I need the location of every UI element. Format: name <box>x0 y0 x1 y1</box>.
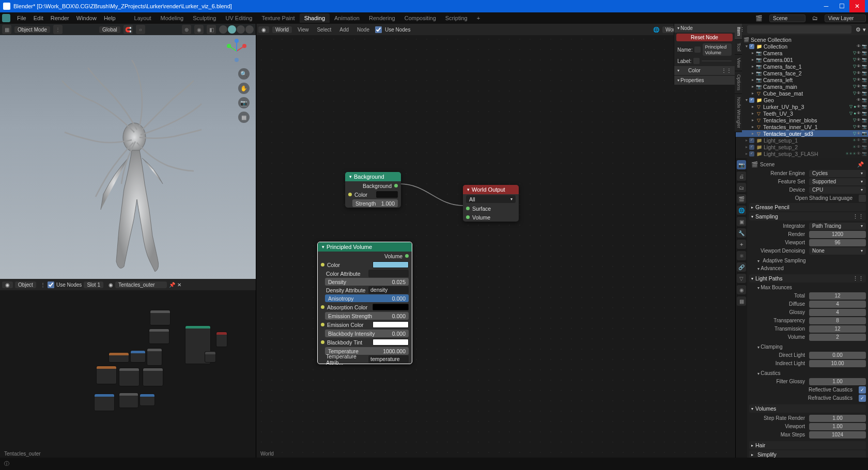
shader-type-dropdown[interactable]: Object <box>15 281 36 288</box>
workspace-tab[interactable]: Shading <box>300 13 330 23</box>
node-name-field[interactable]: Principled Volume <box>703 43 732 56</box>
outliner-row[interactable]: ▸📷Camera_face_2▽👁📷 <box>736 70 868 76</box>
pan-icon[interactable]: ✋ <box>238 83 250 94</box>
world-shader-editor[interactable]: ◉ World View Select Add Node Use Nodes 🌐… <box>256 24 736 458</box>
string-field[interactable]: Temperature Attrib...temperature <box>325 355 409 363</box>
number-field[interactable]: Blackbody Intensity0.000 <box>325 330 409 337</box>
node-side-panel[interactable]: Node Reset Node Name:Principled Volume L… <box>674 24 735 85</box>
number-field[interactable]: Anisotropy0.000 <box>325 294 409 302</box>
outliner-row[interactable]: ▾✓📁Collection👁📷 <box>736 43 868 50</box>
indirect-clamp-field[interactable]: 10.00 <box>809 360 866 367</box>
reflective-caustics-checkbox[interactable]: ✓ <box>859 386 866 394</box>
solid-shading-icon[interactable] <box>228 25 236 34</box>
sidebar-tab[interactable]: Item <box>735 24 742 40</box>
mode-dropdown[interactable]: Object Mode <box>14 26 50 33</box>
outliner-row[interactable]: ▾✓📁Geo👁📷 <box>736 97 868 103</box>
workspace-tab[interactable]: Modeling <box>156 13 189 23</box>
object-tab-icon[interactable]: ▣ <box>737 217 746 226</box>
menu-node[interactable]: Node <box>354 27 372 33</box>
outliner-row[interactable]: ▸▽Tentacles_inner_blobs▽👁📷 <box>736 117 868 123</box>
hair-section[interactable]: Hair <box>749 441 866 449</box>
viewport-samples-field[interactable]: 96 <box>809 239 866 246</box>
texture-tab-icon[interactable]: ▦ <box>737 296 746 306</box>
direct-clamp-field[interactable]: 0.00 <box>809 352 866 359</box>
workspace-tab[interactable]: Compositing <box>400 13 441 23</box>
slot-dropdown[interactable]: Slot 1 <box>84 281 103 288</box>
number-field[interactable]: Emission Strength0.000 <box>325 312 409 320</box>
close-button[interactable]: ✕ <box>849 0 865 12</box>
rendered-shading-icon[interactable] <box>245 25 254 34</box>
overlay-icon[interactable]: ◉ <box>194 25 204 34</box>
sidebar-tab[interactable]: Node Wrangler <box>735 94 742 132</box>
material-x-icon[interactable]: ✕ <box>177 282 181 288</box>
workspace-tab[interactable]: Rendering <box>364 13 400 23</box>
glossy-bounces-field[interactable]: 4 <box>809 309 866 316</box>
grease-pencil-section[interactable]: Grease Pencil <box>749 203 866 211</box>
refractive-caustics-checkbox[interactable]: ✓ <box>859 395 866 402</box>
reset-node-button[interactable]: Reset Node <box>676 34 733 41</box>
string-field[interactable]: Color Attribute <box>325 270 409 277</box>
workspace-tab[interactable]: Texture Paint <box>257 13 299 23</box>
viewlayer-field[interactable] <box>825 14 866 22</box>
editor-type-dropdown[interactable]: ◉ <box>258 26 269 33</box>
sidebar-tab[interactable]: View <box>735 55 742 71</box>
volume-bounces-field[interactable]: 2 <box>809 334 866 341</box>
material-node-graph[interactable] <box>0 290 256 449</box>
workspace-tab[interactable]: Animation <box>330 13 364 23</box>
render-samples-field[interactable]: 1200 <box>809 231 866 238</box>
diffuse-bounces-field[interactable]: 4 <box>809 301 866 308</box>
scene-collection-row[interactable]: ▾🎬 Scene Collection <box>736 36 868 43</box>
particle-tab-icon[interactable]: ✦ <box>737 240 746 249</box>
node-title[interactable]: Principled Volume <box>318 242 412 252</box>
lightpaths-section[interactable]: Light Paths⋮⋮ <box>749 274 866 283</box>
transmission-bounces-field[interactable]: 12 <box>809 325 866 333</box>
outliner-row[interactable]: ▸✓📁Environment▽👁📷 <box>736 157 868 158</box>
nav-gizmo[interactable] <box>224 38 250 64</box>
material-pin-icon[interactable]: 📌 <box>169 282 175 288</box>
menu-select[interactable]: Select <box>314 27 334 33</box>
orientation-dropdown[interactable]: Global <box>99 26 120 33</box>
outliner-row[interactable]: ▸▽Tentacles_inner_UV_1▽👁📷 <box>736 123 868 130</box>
outliner-row[interactable]: ▸✓📁Light_setup_3_FLASH☀☀☀👁📷 <box>736 150 868 157</box>
viewport-3d[interactable]: ▦ Object Mode ⋮ Global 🧲 ○ ⊕ ◉ ◧ <box>0 24 256 279</box>
proportional-icon[interactable]: ○ <box>136 25 145 34</box>
outliner[interactable]: ☰ ⚙ ▾ ▾🎬 Scene Collection ▾✓📁Collection👁… <box>736 24 868 158</box>
shading-modes[interactable] <box>219 25 254 34</box>
node-label-field[interactable] <box>702 60 732 61</box>
perspective-icon[interactable]: ▦ <box>238 112 250 123</box>
editor-type-icon[interactable]: ▦ <box>2 25 11 34</box>
scene-field[interactable] <box>769 14 805 22</box>
filter-icon[interactable]: ⚙ <box>856 26 861 33</box>
node-world-output[interactable]: World Output All▾ Surface Volume <box>463 185 519 222</box>
outliner-tree[interactable]: ▾🎬 Scene Collection ▾✓📁Collection👁📷▸📷Cam… <box>736 35 868 158</box>
simplify-section[interactable]: Simplify <box>749 450 866 458</box>
workspace-tab[interactable]: Sculpting <box>188 13 221 23</box>
string-field[interactable]: Density Attributedensity <box>325 286 409 294</box>
target-dropdown[interactable]: All▾ <box>466 195 516 203</box>
step-rate-viewport-field[interactable]: 1.00 <box>809 423 866 430</box>
wireframe-shading-icon[interactable] <box>219 25 227 34</box>
menu-edit[interactable]: Edit <box>30 15 47 21</box>
shader-type-dropdown[interactable]: World <box>272 26 292 33</box>
device-dropdown[interactable]: CPU <box>809 186 866 194</box>
outliner-row[interactable]: ▸▽Lurker_UV_hp_3▽ ●👁📷 <box>736 103 868 110</box>
color-swatch[interactable] <box>376 191 398 198</box>
minimize-button[interactable]: ─ <box>818 0 834 12</box>
color-checkbox[interactable] <box>680 68 686 73</box>
node-panel-header[interactable]: Node <box>674 24 735 33</box>
outliner-row[interactable]: ▸✓📁Light_setup_1☀👁📷 <box>736 137 868 144</box>
xray-icon[interactable]: ◧ <box>207 25 216 34</box>
menu-view[interactable]: View <box>295 27 312 33</box>
outliner-row[interactable]: ▸▽Tentacles_outer_sd3▽👁📷 <box>736 130 868 137</box>
outliner-row[interactable]: ▸📷Camera_left▽👁📷 <box>736 76 868 83</box>
workspace-tab[interactable]: Layout <box>130 13 156 23</box>
new-collection-icon[interactable]: ▾ <box>863 26 866 33</box>
world-tab-icon[interactable]: 🌐 <box>737 206 746 215</box>
menu-file[interactable]: File <box>13 15 30 21</box>
outliner-row[interactable]: ▸▽Teeth_UV_3▽ ●👁📷 <box>736 110 868 117</box>
outliner-row[interactable]: ▸📷Camera_face_1▽👁📷 <box>736 63 868 70</box>
workspace-tab[interactable]: + <box>472 13 485 23</box>
camera-view-icon[interactable]: 📷 <box>238 97 250 108</box>
scene-tab-icon[interactable]: 🎬 <box>737 194 746 203</box>
feature-set-dropdown[interactable]: Supported <box>809 178 866 185</box>
